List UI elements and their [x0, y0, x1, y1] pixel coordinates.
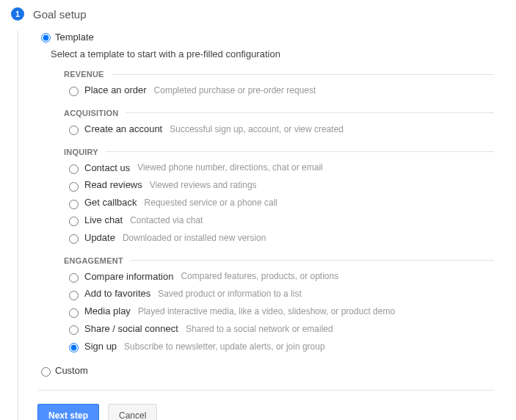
goal-label: Update [84, 231, 115, 246]
goal-radio[interactable] [69, 87, 79, 96]
category: REVENUEPlace an orderCompleted purchase … [64, 70, 494, 98]
goal-option[interactable]: Compare informationCompared features, pr… [65, 269, 494, 285]
divider [106, 151, 494, 152]
goal-option[interactable]: Create an accountSuccessful sign up, acc… [65, 122, 494, 137]
goal-label: Place an order [84, 83, 147, 98]
option-custom-radio[interactable] [41, 367, 51, 377]
goal-label: Live chat [84, 213, 123, 228]
option-template[interactable]: Template [37, 31, 494, 43]
goal-option[interactable]: Media playPlayed interactive media, like… [65, 304, 494, 319]
intro-text: Select a template to start with a pre-fi… [51, 48, 494, 59]
goal-desc: Played interactive media, like a video, … [138, 305, 395, 319]
goal-option[interactable]: Place an orderCompleted purchase or pre-… [65, 83, 494, 98]
goal-option[interactable]: UpdateDownloaded or installed new versio… [65, 231, 494, 246]
goal-label: Share / social connect [84, 322, 178, 337]
goal-radio[interactable] [69, 343, 79, 352]
goal-radio[interactable] [69, 200, 79, 209]
goal-option[interactable]: Contact usViewed phone number, direction… [65, 161, 494, 176]
step-number-badge: 1 [11, 7, 24, 21]
category-title-row: ACQUISITION [64, 109, 494, 117]
goal-radio[interactable] [69, 164, 79, 174]
goal-label: Create an account [84, 122, 162, 137]
category-title-row: REVENUE [64, 70, 494, 79]
goal-label: Get callback [84, 195, 137, 211]
goal-desc: Compared features, products, or options [181, 269, 338, 283]
goal-radio[interactable] [69, 273, 79, 283]
cancel-button[interactable]: Cancel [108, 404, 157, 420]
goal-label: Add to favorites [84, 286, 150, 302]
category-title: ACQUISITION [64, 109, 118, 117]
goal-desc: Shared to a social network or emailed [186, 322, 333, 336]
goal-radio[interactable] [69, 126, 79, 135]
goal-desc: Completed purchase or pre-order request [154, 84, 316, 98]
category: INQUIRYContact usViewed phone number, di… [64, 148, 494, 246]
goal-desc: Subscribe to newsletter, update alerts, … [124, 340, 325, 354]
divider [126, 112, 494, 113]
goal-radio[interactable] [69, 234, 79, 244]
divider [112, 74, 494, 75]
goal-label: Contact us [84, 161, 130, 176]
divider [131, 260, 494, 261]
option-template-label: Template [55, 32, 94, 43]
goal-option[interactable]: Read reviewsViewed reviews and ratings [65, 178, 494, 193]
goal-desc: Viewed phone number, directions, chat or… [137, 161, 323, 175]
category-title: ENGAGEMENT [64, 256, 123, 265]
goal-radio[interactable] [69, 291, 79, 300]
category-title: INQUIRY [64, 148, 98, 156]
goal-option[interactable]: Sign upSubscribe to newsletter, update a… [65, 339, 494, 355]
category-title: REVENUE [64, 70, 104, 79]
goal-radio[interactable] [69, 325, 79, 335]
category-title-row: ENGAGEMENT [64, 256, 494, 265]
goal-label: Compare information [84, 269, 173, 285]
option-template-radio[interactable] [41, 33, 51, 43]
button-row: Next step Cancel [37, 390, 494, 420]
step-header: 1 Goal setup [11, 7, 494, 21]
category-title-row: INQUIRY [64, 148, 494, 156]
goal-radio[interactable] [69, 308, 79, 318]
category: ENGAGEMENTCompare informationCompared fe… [64, 256, 494, 355]
goal-option[interactable]: Get callbackRequested service or a phone… [65, 195, 494, 211]
goal-option[interactable]: Add to favoritesSaved product or informa… [65, 286, 494, 302]
goal-label: Sign up [84, 339, 117, 355]
next-step-button[interactable]: Next step [37, 404, 99, 420]
goal-radio[interactable] [69, 182, 79, 192]
goal-desc: Contacted via chat [130, 214, 203, 228]
goal-desc: Viewed reviews and ratings [150, 178, 257, 192]
category: ACQUISITIONCreate an accountSuccessful s… [64, 109, 494, 137]
goal-desc: Saved product or information to a list [158, 287, 301, 301]
goal-label: Read reviews [84, 178, 142, 193]
goal-option[interactable]: Live chatContacted via chat [65, 213, 494, 228]
step-title: Goal setup [33, 8, 87, 21]
step-body: Template Select a template to start with… [18, 31, 494, 420]
goal-desc: Successful sign up, account, or view cre… [170, 123, 344, 137]
goal-desc: Requested service or a phone call [145, 196, 277, 210]
goal-radio[interactable] [69, 217, 79, 226]
goal-option[interactable]: Share / social connectShared to a social… [65, 322, 494, 337]
goal-label: Media play [84, 304, 131, 319]
goal-desc: Downloaded or installed new version [123, 231, 266, 245]
option-custom[interactable]: Custom [37, 365, 494, 377]
option-custom-label: Custom [55, 365, 88, 376]
